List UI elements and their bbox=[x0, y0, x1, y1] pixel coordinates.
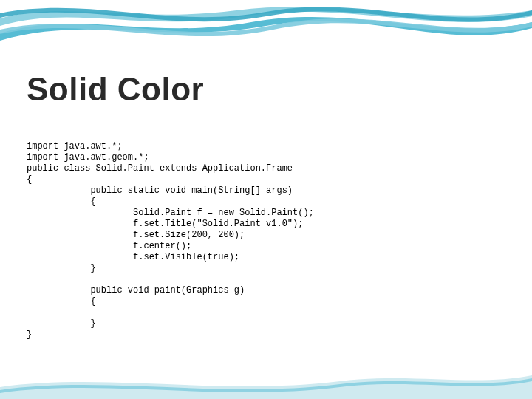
code-line: f.set.Size(200, 200); bbox=[27, 230, 245, 240]
code-line: import java.awt.*; bbox=[27, 141, 123, 151]
code-line: public void paint(Graphics g) bbox=[27, 285, 245, 296]
code-line: { bbox=[27, 296, 96, 307]
slide: Solid Color import java.awt.*; import ja… bbox=[0, 0, 532, 399]
code-block: import java.awt.*; import java.awt.geom.… bbox=[27, 130, 314, 352]
code-line: public class Solid.Paint extends Applica… bbox=[27, 163, 293, 174]
footer-wave-decoration bbox=[0, 371, 532, 399]
code-line: f.center(); bbox=[27, 241, 191, 251]
slide-title: Solid Color bbox=[27, 71, 204, 108]
code-line: } bbox=[27, 263, 96, 273]
header-wave-decoration bbox=[0, 0, 532, 66]
code-line: } bbox=[27, 318, 96, 329]
code-line: { bbox=[27, 197, 96, 207]
code-line: public static void main(String[] args) bbox=[27, 185, 293, 196]
code-line: import java.awt.geom.*; bbox=[27, 152, 149, 163]
code-line: Solid.Paint f = new Solid.Paint(); bbox=[27, 208, 314, 218]
code-line: { bbox=[27, 174, 32, 185]
code-line: } bbox=[27, 330, 32, 340]
code-line: f.set.Title("Solid.Paint v1.0"); bbox=[27, 219, 303, 229]
code-line: f.set.Visible(true); bbox=[27, 252, 239, 262]
